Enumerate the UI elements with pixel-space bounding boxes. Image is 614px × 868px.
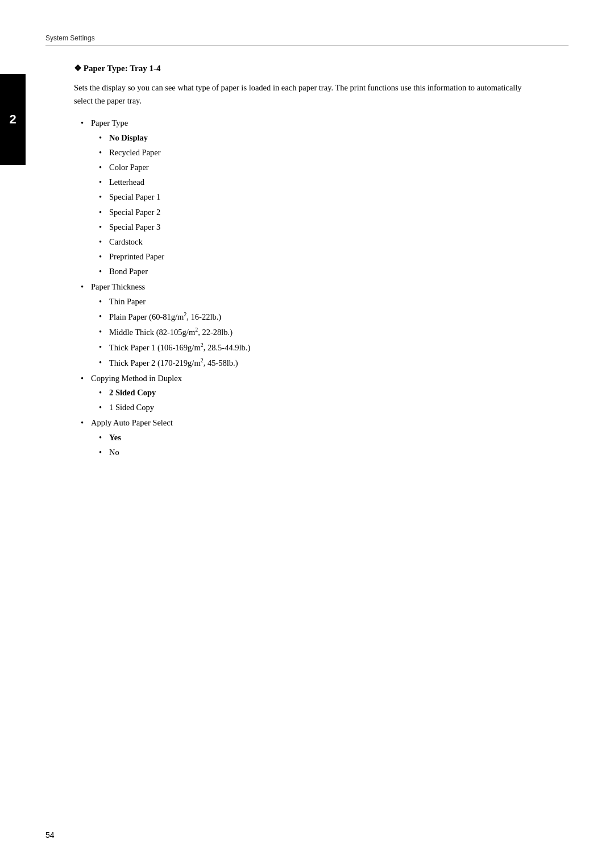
copying-method-label: Copying Method in Duplex: [91, 374, 182, 383]
special-paper-2-label: Special Paper 2: [109, 208, 160, 217]
paper-thickness-sublist: Thin Paper Plain Paper (60-81g/m2, 16-22…: [91, 295, 569, 370]
list-item-cardstock: Cardstock: [109, 235, 569, 249]
list-item-paper-type: Paper Type No Display Recycled Paper Col…: [91, 117, 569, 278]
list-item-bond-paper: Bond Paper: [109, 265, 569, 278]
thick-paper-1-sup: 2: [201, 342, 204, 348]
yes-label: Yes: [109, 433, 121, 442]
sidebar-number: 2: [0, 74, 26, 165]
list-item-no: No: [109, 446, 569, 459]
bond-paper-label: Bond Paper: [109, 267, 148, 276]
list-item-letterhead: Letterhead: [109, 176, 569, 189]
list-item-yes: Yes: [109, 431, 569, 444]
special-paper-3-label: Special Paper 3: [109, 222, 160, 232]
thick-paper-2-label: Thick Paper 2 (170-219g/m2, 45-58lb.): [109, 358, 238, 367]
list-item-thick-paper-1: Thick Paper 1 (106-169g/m2, 28.5-44.9lb.…: [109, 341, 569, 354]
preprinted-paper-label: Preprinted Paper: [109, 252, 164, 261]
main-list: Paper Type No Display Recycled Paper Col…: [74, 117, 569, 459]
paper-type-sublist: No Display Recycled Paper Color Paper Le…: [91, 131, 569, 279]
no-label: No: [109, 448, 119, 457]
list-item-1-sided-copy: 1 Sided Copy: [109, 401, 569, 414]
section-description: Sets the display so you can see what typ…: [74, 81, 540, 108]
1-sided-copy-label: 1 Sided Copy: [109, 403, 154, 412]
list-item-copying-method: Copying Method in Duplex 2 Sided Copy 1 …: [91, 372, 569, 415]
list-item-special-paper-2: Special Paper 2: [109, 206, 569, 219]
list-item-thick-paper-2: Thick Paper 2 (170-219g/m2, 45-58lb.): [109, 356, 569, 370]
thick-paper-1-label: Thick Paper 1 (106-169g/m2, 28.5-44.9lb.…: [109, 343, 250, 352]
list-item-preprinted-paper: Preprinted Paper: [109, 250, 569, 263]
list-item-special-paper-1: Special Paper 1: [109, 191, 569, 204]
thick-paper-2-sup: 2: [201, 357, 204, 363]
list-item-plain-paper: Plain Paper (60-81g/m2, 16-22lb.): [109, 310, 569, 324]
page-header: System Settings: [45, 34, 569, 46]
list-item-recycled-paper: Recycled Paper: [109, 146, 569, 159]
page-container: System Settings 2 Paper Type: Tray 1-4 S…: [0, 0, 614, 868]
plain-paper-sup: 2: [184, 311, 186, 317]
2-sided-copy-label: 2 Sided Copy: [109, 388, 156, 397]
list-item-paper-thickness: Paper Thickness Thin Paper Plain Paper (…: [91, 280, 569, 369]
list-item-no-display: No Display: [109, 131, 569, 144]
plain-paper-label: Plain Paper (60-81g/m2, 16-22lb.): [109, 312, 221, 321]
list-item-middle-thick: Middle Thick (82-105g/m2, 22-28lb.): [109, 325, 569, 339]
list-item-2-sided-copy: 2 Sided Copy: [109, 386, 569, 399]
cardstock-label: Cardstock: [109, 237, 143, 246]
middle-thick-label: Middle Thick (82-105g/m2, 22-28lb.): [109, 328, 233, 337]
recycled-paper-label: Recycled Paper: [109, 148, 161, 157]
copying-method-sublist: 2 Sided Copy 1 Sided Copy: [91, 386, 569, 414]
list-item-special-paper-3: Special Paper 3: [109, 221, 569, 234]
color-paper-label: Color Paper: [109, 163, 149, 172]
no-display-label: No Display: [109, 133, 148, 142]
letterhead-label: Letterhead: [109, 177, 144, 187]
list-item-apply-auto-paper: Apply Auto Paper Select Yes No: [91, 416, 569, 459]
paper-thickness-label: Paper Thickness: [91, 282, 145, 291]
section-title: Paper Type: Tray 1-4: [74, 63, 569, 73]
apply-auto-paper-label: Apply Auto Paper Select: [91, 418, 173, 427]
apply-auto-paper-sublist: Yes No: [91, 431, 569, 459]
middle-thick-sup: 2: [195, 326, 198, 333]
page-number: 54: [45, 830, 55, 840]
list-item-thin-paper: Thin Paper: [109, 295, 569, 308]
paper-type-label: Paper Type: [91, 118, 128, 127]
thin-paper-label: Thin Paper: [109, 297, 146, 306]
list-item-color-paper: Color Paper: [109, 161, 569, 174]
special-paper-1-label: Special Paper 1: [109, 192, 160, 201]
content-area: Paper Type: Tray 1-4 Sets the display so…: [45, 63, 569, 459]
header-text: System Settings: [45, 34, 95, 42]
